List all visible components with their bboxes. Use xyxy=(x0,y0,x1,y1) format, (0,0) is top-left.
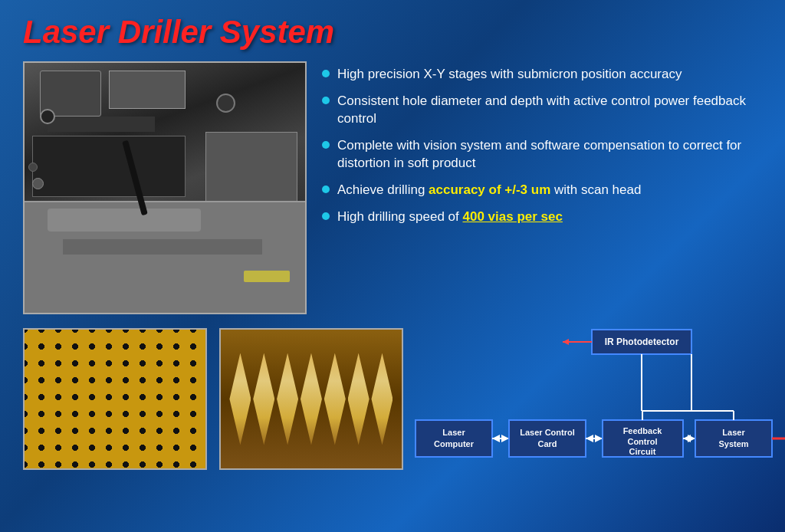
svg-text:System: System xyxy=(718,439,748,448)
bullets-section: High precision X-Y stages with submicron… xyxy=(322,61,762,314)
pcb-grid xyxy=(25,330,205,468)
bullet-text-1: High precision X-Y stages with submicron… xyxy=(337,66,682,84)
block-diagram: IR Photodetector Laser xyxy=(415,328,762,470)
laser-shape-4 xyxy=(301,353,322,445)
machine-image-inner xyxy=(25,63,305,313)
ir-label: IR Photodetector xyxy=(605,337,679,347)
laser-shape-5 xyxy=(324,353,346,445)
svg-text:Laser: Laser xyxy=(722,428,745,437)
bullet-item-5: High drilling speed of 400 vias per sec xyxy=(322,209,762,226)
machine-image xyxy=(23,61,307,314)
bullet-dot-4 xyxy=(322,186,330,193)
laser-shape-1 xyxy=(229,353,251,445)
svg-marker-17 xyxy=(595,435,603,442)
bullet-dot-2 xyxy=(322,97,330,104)
svg-text:Control: Control xyxy=(627,437,657,446)
svg-marker-2 xyxy=(563,339,569,345)
slide-title: Laser Driller System xyxy=(23,14,762,51)
bullet-text-3: Complete with vision system and software… xyxy=(337,137,762,172)
svg-rect-6 xyxy=(415,420,492,457)
highlight-speed: 400 vias per sec xyxy=(462,209,562,224)
bullet-text-5: High drilling speed of 400 vias per sec xyxy=(337,209,563,226)
bullet-item-3: Complete with vision system and software… xyxy=(322,137,762,172)
bullet-text-2: Consistent hole diameter and depth with … xyxy=(337,93,762,128)
bullet-item-4: Achieve drilling accuracy of +/-3 um wit… xyxy=(322,182,762,199)
svg-text:Laser: Laser xyxy=(442,428,465,437)
slide-container: Laser Driller System xyxy=(0,0,785,532)
svg-marker-16 xyxy=(586,435,593,442)
bullet-text-4: Achieve drilling accuracy of +/-3 um wit… xyxy=(337,182,641,199)
laser-pattern xyxy=(221,330,402,468)
svg-text:Feedback: Feedback xyxy=(623,426,663,435)
diagram-inner: IR Photodetector Laser xyxy=(415,328,762,470)
bullet-item-1: High precision X-Y stages with submicron… xyxy=(322,66,762,84)
laser-shape-3 xyxy=(277,353,298,445)
pcb-image xyxy=(23,328,207,470)
laser-image xyxy=(219,328,403,470)
svg-rect-12 xyxy=(509,420,586,457)
diagram-svg: IR Photodetector Laser xyxy=(415,328,762,470)
bullet-dot-5 xyxy=(322,212,330,220)
svg-text:Circuit: Circuit xyxy=(629,447,656,456)
bullet-item-2: Consistent hole diameter and depth with … xyxy=(322,93,762,128)
bullet-dot-1 xyxy=(322,70,330,77)
svg-marker-10 xyxy=(492,435,500,442)
svg-text:Computer: Computer xyxy=(434,439,475,448)
svg-text:Card: Card xyxy=(537,439,557,448)
laser-shape-2 xyxy=(253,353,274,445)
laser-shape-6 xyxy=(348,353,370,445)
svg-marker-25 xyxy=(688,435,695,442)
svg-marker-11 xyxy=(501,435,509,442)
bottom-section: IR Photodetector Laser xyxy=(23,328,762,470)
top-section: High precision X-Y stages with submicron… xyxy=(23,61,762,314)
svg-text:Laser Control: Laser Control xyxy=(520,428,575,437)
bullet-dot-3 xyxy=(322,141,330,149)
svg-rect-26 xyxy=(695,420,772,457)
laser-shape-7 xyxy=(371,353,392,445)
highlight-accuracy: accuracy of +/-3 um xyxy=(429,182,550,197)
